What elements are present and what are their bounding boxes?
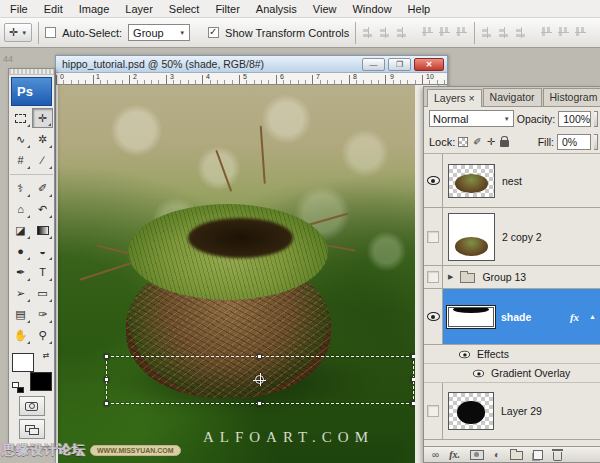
new-adjustment-layer-button[interactable]: ◐: [494, 449, 500, 460]
menu-file[interactable]: File: [2, 1, 36, 17]
dodge-tool[interactable]: ◒: [32, 241, 53, 261]
menu-image[interactable]: Image: [71, 1, 118, 17]
auto-select-target-dropdown[interactable]: Group ▼: [128, 24, 190, 41]
effects-row[interactable]: Effects: [424, 345, 600, 364]
rectangular-marquee-tool[interactable]: [10, 108, 31, 128]
menu-analysis[interactable]: Analysis: [248, 1, 305, 17]
notes-tool[interactable]: ▤: [10, 304, 31, 324]
visibility-toggle[interactable]: [424, 208, 443, 265]
layer-thumbnail[interactable]: [448, 307, 494, 327]
layer-row-shade[interactable]: shade fx ▲: [424, 289, 600, 345]
eye-icon[interactable]: [459, 350, 470, 358]
transform-handle[interactable]: [411, 354, 415, 359]
tab-histogram[interactable]: Histogram: [543, 88, 600, 106]
shape-tool[interactable]: ▭: [32, 283, 53, 303]
layer-row-layer-29[interactable]: Layer 29: [424, 383, 600, 440]
layer-style-badge[interactable]: fx: [570, 311, 579, 323]
fill-field[interactable]: 0%: [557, 134, 591, 150]
eraser-tool[interactable]: ◪: [10, 220, 31, 240]
canvas[interactable]: ALFOART.COM: [58, 85, 415, 463]
visibility-toggle[interactable]: [424, 266, 443, 288]
transform-handle[interactable]: [104, 377, 109, 382]
screen-mode-button[interactable]: [19, 419, 45, 439]
menu-help[interactable]: Help: [400, 1, 439, 17]
layer-thumbnail[interactable]: [448, 392, 494, 430]
tab-navigator[interactable]: Navigator: [483, 88, 542, 106]
layer-row-nest[interactable]: nest: [424, 154, 600, 208]
visibility-toggle[interactable]: [424, 383, 443, 439]
history-brush-tool[interactable]: ↶: [32, 199, 53, 219]
transform-bounding-box[interactable]: [106, 356, 414, 404]
opacity-field[interactable]: 100%: [558, 111, 591, 127]
layer-row-2-copy-2[interactable]: 2 copy 2: [424, 208, 600, 266]
magic-wand-tool[interactable]: ✲: [32, 129, 53, 149]
blend-mode-dropdown[interactable]: Normal ▼: [429, 110, 514, 127]
slice-tool[interactable]: ∕: [32, 150, 53, 170]
gradient-tool[interactable]: [32, 220, 53, 240]
layer-thumbnail[interactable]: [448, 213, 495, 261]
visibility-toggle[interactable]: [424, 154, 443, 207]
auto-select-checkbox[interactable]: [45, 27, 56, 38]
default-colors-icon[interactable]: [12, 382, 24, 393]
tool-preset-picker[interactable]: ✛ ▼: [4, 23, 32, 42]
maximize-button[interactable]: ❐: [388, 58, 411, 71]
lasso-tool[interactable]: ∿: [10, 129, 31, 149]
menu-view[interactable]: View: [305, 1, 345, 17]
background-color-swatch[interactable]: [30, 372, 52, 391]
distribute-bottom-edges-button[interactable]: [515, 27, 528, 38]
collapse-effects-icon[interactable]: ▲: [589, 313, 596, 320]
path-selection-tool[interactable]: ➢: [10, 283, 31, 303]
pen-tool[interactable]: ✒: [10, 262, 31, 282]
transform-handle[interactable]: [257, 354, 262, 359]
distribute-right-edges-button[interactable]: [575, 26, 586, 39]
group-expand-icon[interactable]: ▶: [448, 273, 453, 281]
transform-handle[interactable]: [411, 377, 415, 382]
align-top-edges-button[interactable]: [362, 27, 375, 38]
distribute-horizontal-centers-button[interactable]: [558, 26, 569, 39]
lock-pixels-icon[interactable]: ✐: [473, 136, 481, 147]
move-tool[interactable]: ✛: [32, 108, 53, 128]
healing-brush-tool[interactable]: ⚕: [10, 178, 31, 198]
document-titlebar[interactable]: hippo_tutorial.psd @ 50% (shade, RGB/8#)…: [56, 56, 447, 73]
align-vertical-centers-button[interactable]: [379, 27, 392, 38]
palette-grip[interactable]: [9, 69, 54, 75]
quick-mask-button[interactable]: [19, 396, 45, 416]
type-tool[interactable]: T: [32, 262, 53, 282]
foreground-color-swatch[interactable]: [12, 353, 34, 372]
clone-stamp-tool[interactable]: ⌂: [10, 199, 31, 219]
blur-tool[interactable]: ●: [10, 241, 31, 261]
align-right-edges-button[interactable]: [456, 26, 467, 39]
transform-handle[interactable]: [104, 401, 109, 406]
swap-colors-icon[interactable]: ⇄: [43, 351, 50, 360]
distribute-left-edges-button[interactable]: [541, 26, 552, 39]
transform-handle[interactable]: [104, 354, 109, 359]
fill-dropdown-button[interactable]: [594, 134, 598, 150]
menu-layer[interactable]: Layer: [117, 1, 161, 17]
menu-window[interactable]: Window: [344, 1, 399, 17]
lock-all-icon[interactable]: [500, 140, 509, 147]
layer-thumbnail[interactable]: [448, 164, 495, 198]
align-horizontal-centers-button[interactable]: [439, 26, 450, 39]
distribute-vertical-centers-button[interactable]: [498, 27, 511, 38]
menu-edit[interactable]: Edit: [36, 1, 71, 17]
close-button[interactable]: ✕: [414, 58, 444, 71]
visibility-toggle[interactable]: [424, 289, 443, 344]
new-layer-button[interactable]: [533, 450, 543, 460]
brush-tool[interactable]: ✐: [32, 178, 53, 198]
menu-select[interactable]: Select: [161, 1, 208, 17]
show-transform-checkbox[interactable]: [208, 27, 219, 38]
align-left-edges-button[interactable]: [422, 26, 433, 39]
add-layer-style-button[interactable]: fx.: [449, 449, 460, 460]
distribute-top-edges-button[interactable]: [481, 27, 494, 38]
add-layer-mask-button[interactable]: [470, 450, 484, 460]
zoom-tool[interactable]: ⚲: [32, 325, 53, 345]
eye-icon[interactable]: [473, 369, 484, 377]
crop-tool[interactable]: #: [10, 150, 31, 170]
eyedropper-tool[interactable]: ✑: [32, 304, 53, 324]
opacity-dropdown-button[interactable]: [594, 111, 598, 127]
delete-layer-button[interactable]: [553, 449, 562, 461]
lock-transparency-icon[interactable]: [458, 137, 468, 147]
hand-tool[interactable]: ✋: [10, 325, 31, 345]
link-layers-button[interactable]: ∞: [432, 449, 439, 460]
transform-handle[interactable]: [257, 401, 262, 406]
